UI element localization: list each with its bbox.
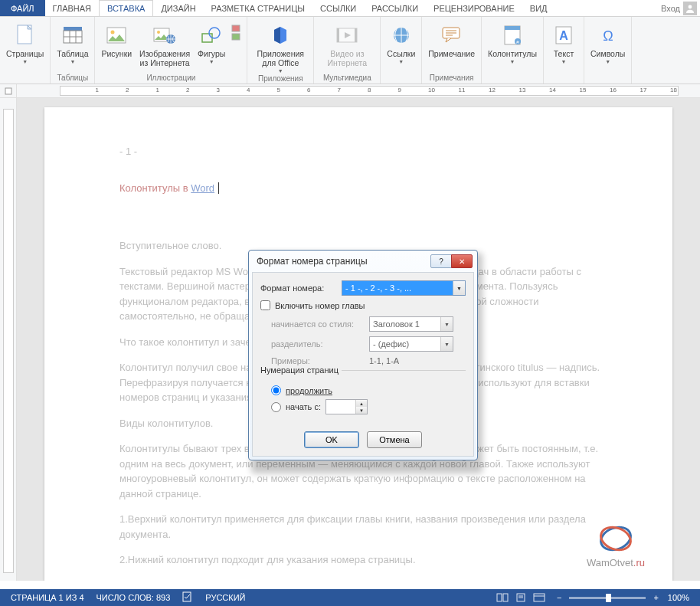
close-button[interactable]: ✕ — [451, 254, 473, 268]
svg-rect-36 — [503, 594, 508, 601]
svg-rect-15 — [232, 34, 240, 40]
tab-view[interactable]: ВИД — [522, 0, 555, 16]
svg-point-33 — [597, 523, 633, 554]
office-apps-button[interactable]: Приложения для Office ▼ — [250, 18, 310, 74]
chevron-down-icon: ▼ — [70, 59, 75, 64]
chevron-down-icon: ▼ — [22, 59, 28, 64]
svg-text:Ω: Ω — [603, 28, 613, 44]
tab-design[interactable]: ДИЗАЙН — [153, 0, 203, 16]
spin-up-icon[interactable]: ▲ — [356, 400, 367, 407]
tab-references[interactable]: ССЫЛКИ — [312, 0, 364, 16]
svg-rect-40 — [534, 594, 545, 601]
chevron-down-icon[interactable]: ▼ — [453, 281, 465, 295]
pictures-button[interactable]: Рисунки — [98, 18, 135, 73]
pages-button[interactable]: Страницы ▼ — [3, 18, 47, 73]
comment-button[interactable]: Примечание — [425, 18, 478, 73]
watermark: WamOtvet.ru — [587, 522, 645, 571]
zoom-out-button[interactable]: − — [554, 593, 564, 602]
zoom-thumb[interactable] — [606, 594, 611, 602]
view-web-button[interactable] — [531, 591, 548, 604]
svg-rect-35 — [497, 594, 502, 601]
start-at-radio[interactable] — [271, 402, 281, 412]
comment-icon — [441, 21, 463, 49]
svg-rect-14 — [232, 25, 240, 31]
include-chapter-checkbox[interactable] — [260, 300, 270, 310]
ruler-horizontal: 12123456789101112131415161718 — [0, 84, 700, 98]
chevron-down-icon[interactable]: ▼ — [440, 337, 453, 351]
status-language[interactable]: РУССКИЙ — [199, 593, 251, 602]
shapes-icon — [201, 21, 222, 49]
ok-button[interactable]: OK — [304, 431, 359, 448]
svg-rect-17 — [337, 28, 339, 42]
headerfooter-button[interactable]: # Колонтитулы ▼ — [485, 18, 540, 73]
login-area[interactable]: Вход — [661, 0, 700, 16]
start-at-spinner[interactable]: ▲▼ — [325, 399, 368, 414]
svg-rect-12 — [202, 34, 212, 42]
status-proofing-icon[interactable] — [176, 591, 199, 604]
svg-point-0 — [689, 5, 692, 8]
ruler-scale[interactable]: 12123456789101112131415161718 — [60, 86, 679, 96]
format-label: Формат номера: — [260, 283, 337, 293]
svg-rect-18 — [355, 28, 357, 42]
chevron-down-icon[interactable]: ▼ — [440, 317, 453, 331]
illustrations-more-button[interactable] — [228, 18, 244, 73]
close-icon: ✕ — [459, 257, 465, 266]
svg-text:A: A — [559, 29, 568, 42]
examples-value: 1-1, 1-A — [369, 356, 399, 365]
text-icon: A — [554, 21, 573, 49]
dialog-titlebar[interactable]: Формат номера страницы ? ✕ — [249, 251, 477, 272]
status-page[interactable]: СТРАНИЦА 1 ИЗ 4 — [5, 593, 90, 602]
online-picture-icon — [153, 21, 176, 49]
svg-rect-31 — [5, 88, 11, 94]
shapes-button[interactable]: Фигуры ▼ — [195, 18, 228, 73]
chevron-down-icon: ▼ — [605, 59, 610, 64]
view-read-button[interactable] — [494, 591, 511, 604]
wamotvet-logo-icon — [597, 522, 635, 555]
zoom-in-button[interactable]: + — [650, 593, 661, 602]
separator-dropdown[interactable]: - (дефис) ▼ — [369, 336, 453, 352]
spin-down-icon[interactable]: ▼ — [356, 407, 367, 414]
online-video-button[interactable]: Видео из Интернета — [317, 18, 377, 73]
page-icon — [15, 21, 35, 49]
svg-point-10 — [157, 31, 160, 34]
include-chapter-label: Включить номер главы — [275, 301, 365, 310]
omega-icon: Ω — [599, 21, 617, 49]
svg-rect-2 — [64, 27, 82, 31]
chevron-down-icon: ▼ — [510, 59, 515, 64]
cancel-button[interactable]: Отмена — [367, 431, 422, 448]
tab-file[interactable]: ФАЙЛ — [0, 0, 45, 16]
ribbon: Страницы ▼ Таблица ▼ Таблицы Рисунки Изо… — [0, 17, 700, 84]
zoom-slider[interactable] — [569, 597, 646, 599]
symbols-button[interactable]: Ω Символы ▼ — [587, 18, 628, 73]
numbering-group-label: Нумерация страниц — [260, 370, 466, 382]
login-label: Вход — [661, 4, 680, 13]
text-button[interactable]: A Текст ▼ — [547, 18, 581, 73]
view-print-button[interactable] — [512, 591, 529, 604]
tab-insert[interactable]: ВСТАВКА — [99, 0, 153, 16]
svg-point-13 — [209, 28, 220, 38]
link-icon — [391, 21, 411, 49]
table-button[interactable]: Таблица ▼ — [54, 18, 91, 73]
headerfooter-icon: # — [503, 21, 522, 49]
status-wordcount[interactable]: ЧИСЛО СЛОВ: 893 — [90, 593, 177, 602]
number-format-dropdown[interactable]: - 1 -, - 2 -, - 3 -, ... ▼ — [342, 280, 466, 296]
dialog-title: Формат номера страницы — [257, 256, 368, 267]
tab-review[interactable]: РЕЦЕНЗИРОВАНИЕ — [426, 0, 522, 16]
tab-mailings[interactable]: РАССЫЛКИ — [364, 0, 426, 16]
tab-layout[interactable]: РАЗМЕТКА СТРАНИЦЫ — [204, 0, 312, 16]
page-number: - 1 - — [119, 144, 604, 159]
status-bar: СТРАНИЦА 1 ИЗ 4 ЧИСЛО СЛОВ: 893 РУССКИЙ … — [0, 589, 700, 606]
zoom-level[interactable]: 100% — [662, 593, 695, 602]
svg-rect-25 — [505, 26, 520, 30]
ruler-vertical[interactable] — [0, 98, 17, 581]
apps-icon — [270, 21, 291, 49]
tab-home[interactable]: ГЛАВНАЯ — [45, 0, 99, 16]
page-number-format-dialog: Формат номера страницы ? ✕ Формат номера… — [248, 250, 478, 460]
menu-tabs: ФАЙЛ ГЛАВНАЯ ВСТАВКА ДИЗАЙН РАЗМЕТКА СТР… — [0, 0, 700, 17]
chapter-style-dropdown[interactable]: Заголовок 1 ▼ — [369, 316, 453, 332]
links-button[interactable]: Ссылки ▼ — [384, 18, 418, 73]
online-pictures-button[interactable]: Изображения из Интернета — [135, 18, 195, 73]
help-button[interactable]: ? — [430, 254, 452, 268]
start-at-input[interactable] — [326, 400, 355, 414]
continue-radio[interactable] — [271, 385, 281, 395]
